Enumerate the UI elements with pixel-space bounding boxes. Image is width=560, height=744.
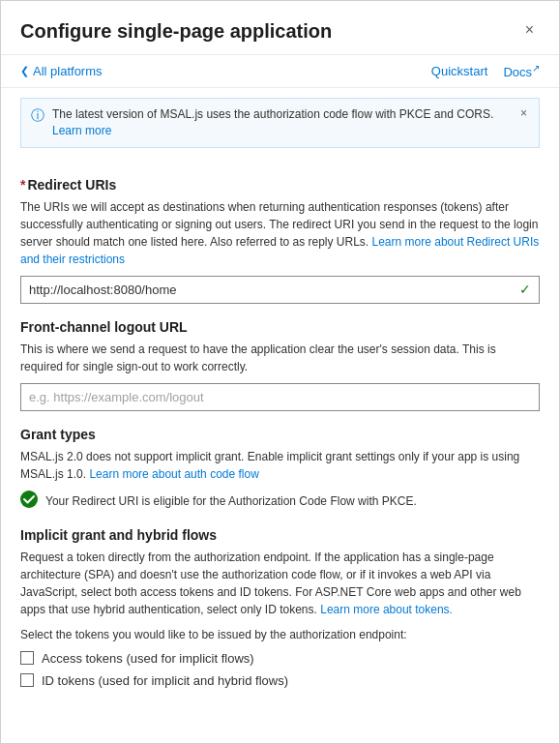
grant-types-title: Grant types [20,427,540,442]
back-label: All platforms [33,64,103,78]
banner-learn-more-link[interactable]: Learn more [52,124,111,137]
id-tokens-checkbox[interactable] [20,673,34,687]
select-tokens-label: Select the tokens you would like to be i… [20,626,540,643]
grant-types-learn-link[interactable]: Learn more about auth code flow [89,467,258,481]
implicit-grant-title: Implicit grant and hybrid flows [20,527,540,543]
redirect-uris-section: *Redirect URIs The URIs we will accept a… [20,177,540,304]
access-tokens-checkbox[interactable] [20,651,34,665]
implicit-grant-learn-link[interactable]: Learn more about tokens. [320,603,453,616]
grant-types-section: Grant types MSAL.js 2.0 does not support… [20,427,540,512]
info-banner: ⓘ The latest version of MSAL.js uses the… [20,98,540,148]
docs-link[interactable]: Docs↗ [503,63,540,79]
access-tokens-checkbox-row: Access tokens (used for implicit flows) [20,651,540,666]
nav-bar: ❮ All platforms Quickstart Docs↗ [1,55,559,88]
external-link-icon: ↗ [532,63,540,74]
redirect-uri-input-row: ✓ [20,276,540,304]
dialog-title: Configure single-page application [20,20,519,43]
redirect-uris-description: The URIs we will accept as destinations … [20,198,540,268]
success-check-icon [20,491,38,512]
back-link[interactable]: ❮ All platforms [20,64,103,78]
front-channel-section: Front-channel logout URL This is where w… [20,319,540,411]
close-button[interactable]: × [519,20,540,40]
svg-point-0 [20,491,38,508]
chevron-left-icon: ❮ [20,65,29,77]
access-tokens-label: Access tokens (used for implicit flows) [42,651,254,666]
implicit-grant-section: Implicit grant and hybrid flows Request … [20,527,540,688]
front-channel-description: This is where we send a request to have … [20,341,540,375]
info-icon: ⓘ [31,107,44,125]
nav-right: Quickstart Docs↗ [431,63,540,79]
redirect-uri-check-icon: ✓ [512,282,539,297]
configure-spa-dialog: Configure single-page application × ❮ Al… [0,0,560,744]
id-tokens-label: ID tokens (used for implicit and hybrid … [42,673,288,688]
redirect-uri-input[interactable] [21,277,512,303]
dialog-header: Configure single-page application × [1,1,559,55]
redirect-uris-title: *Redirect URIs [20,177,540,193]
front-channel-input[interactable] [20,383,540,411]
main-content: *Redirect URIs The URIs we will accept a… [1,158,559,743]
quickstart-link[interactable]: Quickstart [431,64,488,78]
grant-types-success-text: Your Redirect URI is eligible for the Au… [45,494,417,508]
grant-types-success-row: Your Redirect URI is eligible for the Au… [20,491,540,512]
banner-close-button[interactable]: × [518,106,529,120]
grant-types-description: MSAL.js 2.0 does not support implicit gr… [20,448,540,483]
required-star: * [20,177,25,193]
implicit-grant-description: Request a token directly from the author… [20,549,540,618]
banner-text: The latest version of MSAL.js uses the a… [52,106,511,139]
front-channel-title: Front-channel logout URL [20,319,540,335]
id-tokens-checkbox-row: ID tokens (used for implicit and hybrid … [20,673,540,688]
